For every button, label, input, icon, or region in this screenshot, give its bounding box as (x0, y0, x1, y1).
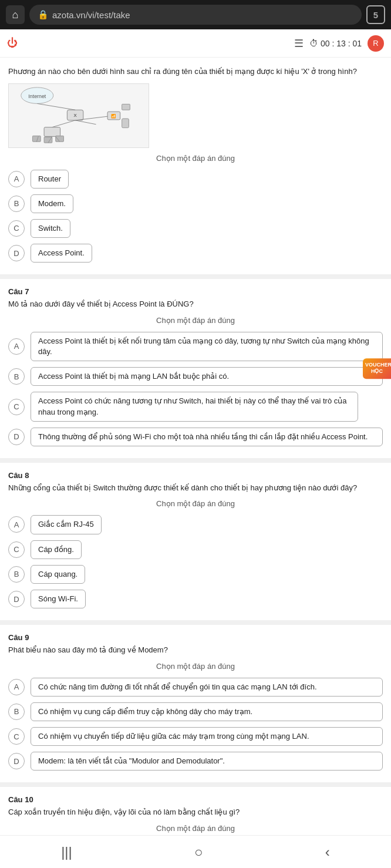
svg-text:Internet: Internet (28, 93, 46, 99)
q9-options: A Có chức năng tìm đường đi tốt nhất để … (8, 678, 383, 771)
q8-option-a-btn[interactable]: Giắc cắm RJ-45 (31, 515, 102, 534)
question-7-section: Câu 7 Mô tả nào dưới đây về thiết bị Acc… (0, 279, 391, 463)
q8-option-b-btn[interactable]: Cáp quang. (31, 565, 85, 584)
q9-option-b-btn[interactable]: Có nhiệm vụ cung cấp điểm truy cập không… (31, 702, 383, 721)
q6-option-a[interactable]: A Router (8, 170, 383, 189)
q8-option-c[interactable]: C Cáp đồng. (8, 540, 383, 559)
q6-option-c-btn[interactable]: Switch. (31, 219, 70, 238)
q7-option-a-circle: A (8, 338, 25, 355)
q8-option-b[interactable]: B Cáp quang. (8, 565, 383, 584)
q7-option-c[interactable]: C Access Point có chức năng tương tự như… (8, 392, 383, 421)
q8-option-b-circle: B (8, 566, 25, 583)
q6-option-b[interactable]: B Modem. (8, 194, 383, 213)
q7-text: Mô tả nào dưới đây về thiết bị Access Po… (8, 298, 383, 310)
q6-option-c[interactable]: C Switch. (8, 219, 383, 238)
q9-option-b-circle: B (8, 704, 25, 720)
q7-choose-label: Chọn một đáp án đúng (8, 316, 383, 325)
q6-option-d-circle: D (8, 245, 25, 261)
q7-option-c-btn[interactable]: Access Point có chức năng tương tự như S… (31, 392, 358, 421)
q9-option-a[interactable]: A Có chức năng tìm đường đi tốt nhất để … (8, 678, 383, 697)
timer-value: 00 : 13 : 01 (321, 39, 362, 48)
nav-back-btn[interactable]: ‹ (325, 844, 330, 860)
svg-text:X: X (73, 112, 77, 117)
q6-option-a-circle: A (8, 171, 25, 187)
q7-option-d[interactable]: D Thông thường để phủ sóng Wi-Fi cho một… (8, 428, 383, 446)
q10-label: Câu 10 (8, 795, 383, 804)
q8-option-a-circle: A (8, 516, 25, 533)
svg-line-7 (75, 120, 96, 124)
q9-option-d-circle: D (8, 753, 25, 769)
q8-options: A Giắc cắm RJ-45 C Cáp đồng. B Cáp quang… (8, 515, 383, 608)
url-bar[interactable]: 🔒 azota.vn/vi/test/take (29, 5, 362, 25)
svg-text:📶: 📶 (111, 113, 116, 118)
q9-option-c-circle: C (8, 728, 25, 745)
q8-option-a[interactable]: A Giắc cắm RJ-45 (8, 515, 383, 534)
nav-menu-btn[interactable]: ||| (61, 844, 72, 860)
q7-label: Câu 7 (8, 287, 383, 296)
user-avatar[interactable]: R (368, 35, 384, 52)
q8-option-c-btn[interactable]: Cáp đồng. (31, 540, 82, 559)
nav-home-btn[interactable]: ○ (194, 844, 203, 860)
home-icon[interactable]: ⌂ (6, 5, 25, 24)
q8-text: Những cổng của thiết bị Switch thường đư… (8, 482, 383, 494)
q7-option-a[interactable]: A Access Point là thiết bị kết nối trung… (8, 332, 383, 361)
q8-choose-label: Chọn một đáp án đúng (8, 499, 383, 508)
q8-option-d-circle: D (8, 591, 25, 607)
q9-option-b[interactable]: B Có nhiệm vụ cung cấp điểm truy cập khô… (8, 702, 383, 721)
q7-option-b[interactable]: B Access Point là thiết bị mà mạng LAN b… (8, 367, 383, 386)
svg-line-6 (52, 120, 75, 127)
q9-option-a-circle: A (8, 679, 25, 695)
q7-option-a-btn[interactable]: Access Point là thiết bị kết nối trung t… (31, 332, 383, 361)
q9-text: Phát biểu nào sau đây mô tả đúng về Mode… (8, 644, 383, 656)
q8-option-d[interactable]: D Sóng Wi-Fi. (8, 590, 383, 608)
q7-option-c-circle: C (8, 399, 25, 415)
q8-option-c-circle: C (8, 541, 25, 558)
q9-option-d-btn[interactable]: Modem: là tên viết tắt của "Modulor and … (31, 752, 383, 771)
question-8-section: Câu 8 Những cổng của thiết bị Switch thư… (0, 463, 391, 625)
promo-badge: VOUCHER HỌC (363, 358, 391, 379)
tab-count[interactable]: 5 (366, 5, 385, 24)
q6-options: A Router B Modem. C Switch. D Access Poi… (8, 170, 383, 263)
q6-text: Phương án nào cho bên dưới hình sau chỉ … (8, 66, 383, 78)
svg-rect-18 (122, 118, 129, 127)
q7-option-b-circle: B (8, 368, 25, 385)
q9-option-a-btn[interactable]: Có chức năng tìm đường đi tốt nhất để ch… (31, 678, 383, 697)
browser-bar: ⌂ 🔒 azota.vn/vi/test/take 5 (0, 0, 391, 29)
q7-option-b-btn[interactable]: Access Point là thiết bị mà mạng LAN bắt… (31, 367, 383, 386)
q10-choose-label: Chọn một đáp án đúng (8, 824, 383, 833)
q9-option-c[interactable]: C Có nhiệm vụ chuyển tiếp dữ liệu giữa c… (8, 727, 383, 746)
question-9-section: Câu 9 Phát biểu nào sau đây mô tả đúng v… (0, 625, 391, 787)
question-6-section: Phương án nào cho bên dưới hình sau chỉ … (0, 58, 391, 279)
q10-text: Cáp xoắn truyền tín hiệu điện, vậy lõi c… (8, 806, 383, 818)
timer-icon: ⏱ (309, 38, 318, 48)
q8-label: Câu 8 (8, 471, 383, 480)
q9-choose-label: Chọn một đáp án đúng (8, 662, 383, 671)
q7-options: A Access Point là thiết bị kết nối trung… (8, 332, 383, 446)
svg-line-5 (37, 103, 75, 110)
q7-option-d-btn[interactable]: Thông thường để phủ sóng Wi-Fi cho một t… (31, 428, 383, 446)
svg-rect-10 (44, 137, 52, 143)
q6-option-a-btn[interactable]: Router (31, 170, 69, 189)
svg-rect-9 (32, 136, 41, 142)
q6-option-d[interactable]: D Access Point. (8, 244, 383, 263)
q8-option-d-btn[interactable]: Sóng Wi-Fi. (31, 590, 86, 608)
quiz-header: ⏻ ☰ ⏱ 00 : 13 : 01 R (0, 29, 391, 58)
q6-choose-label: Chọn một đáp án đúng (8, 154, 383, 163)
q6-option-d-btn[interactable]: Access Point. (31, 244, 92, 263)
power-icon[interactable]: ⏻ (7, 37, 18, 49)
q9-label: Câu 9 (8, 633, 383, 642)
list-icon[interactable]: ☰ (294, 37, 304, 50)
svg-rect-11 (56, 136, 64, 142)
q7-option-d-circle: D (8, 429, 25, 445)
network-diagram: Internet X 📶 (8, 83, 149, 148)
bottom-nav: ||| ○ ‹ (0, 835, 391, 868)
timer: ⏱ 00 : 13 : 01 (309, 38, 362, 48)
q9-option-d[interactable]: D Modem: là tên viết tắt của "Modulor an… (8, 752, 383, 771)
q6-option-b-btn[interactable]: Modem. (31, 194, 73, 213)
svg-rect-17 (122, 104, 130, 110)
q6-option-b-circle: B (8, 196, 25, 212)
svg-rect-4 (44, 127, 60, 136)
q6-option-c-circle: C (8, 220, 25, 237)
q9-option-c-btn[interactable]: Có nhiệm vụ chuyển tiếp dữ liệu giữa các… (31, 727, 383, 746)
